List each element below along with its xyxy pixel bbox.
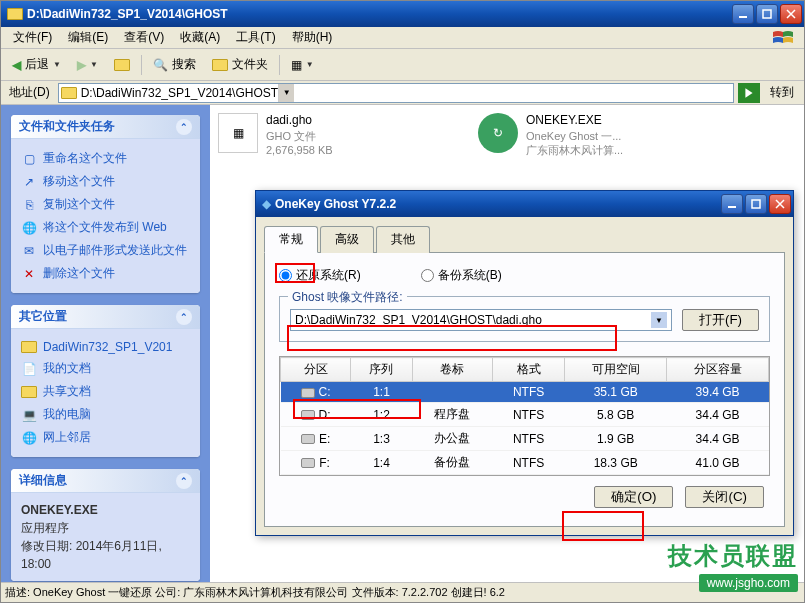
path-input[interactable]: D:\DadiWin732_SP1_V2014\GHOST\dadi.gho ▼ <box>290 309 672 331</box>
email-icon: ✉ <box>21 243 37 259</box>
drive-icon <box>301 434 315 444</box>
menu-tools[interactable]: 工具(T) <box>228 27 283 48</box>
folders-button[interactable]: 文件夹 <box>205 53 275 77</box>
path-dropdown[interactable]: ▼ <box>651 312 667 328</box>
place-shared[interactable]: 共享文档 <box>21 380 190 403</box>
drive-icon <box>301 410 315 420</box>
dialog-title: OneKey Ghost Y7.2.2 <box>275 197 721 211</box>
tasks-title: 文件和文件夹任务 <box>19 118 115 135</box>
detail-type: 应用程序 <box>21 519 190 537</box>
menu-favorites[interactable]: 收藏(A) <box>172 27 228 48</box>
back-label: 后退 <box>25 56 49 73</box>
cancel-button[interactable]: 关闭(C) <box>685 486 764 508</box>
place-computer[interactable]: 💻我的电脑 <box>21 403 190 426</box>
forward-button[interactable]: ▶ ▼ <box>70 53 105 77</box>
menubar: 文件(F) 编辑(E) 查看(V) 收藏(A) 工具(T) 帮助(H) <box>1 27 804 49</box>
address-path: D:\DadiWin732_SP1_V2014\GHOST <box>81 86 278 100</box>
network-icon: 🌐 <box>21 430 37 446</box>
place-docs[interactable]: 📄我的文档 <box>21 357 190 380</box>
views-button[interactable]: ▦ ▼ <box>284 53 321 77</box>
address-input[interactable]: D:\DadiWin732_SP1_V2014\GHOST ▼ <box>58 83 734 103</box>
tab-other[interactable]: 其他 <box>376 226 430 253</box>
task-move[interactable]: ↗移动这个文件 <box>21 170 190 193</box>
place-parent[interactable]: DadiWin732_SP1_V201 <box>21 337 190 357</box>
col-cap[interactable]: 分区容量 <box>667 358 769 382</box>
dialog-close-button[interactable] <box>769 194 791 214</box>
menu-help[interactable]: 帮助(H) <box>284 27 341 48</box>
table-row[interactable]: E: 1:3 办公盘 NTFS 1.9 GB 34.4 GB <box>281 427 769 451</box>
folders-icon <box>212 59 228 71</box>
places-panel: 其它位置 ⌃ DadiWin732_SP1_V201 📄我的文档 共享文档 💻我… <box>11 305 200 457</box>
move-icon: ↗ <box>21 174 37 190</box>
gho-file-icon: ▦ <box>218 113 258 153</box>
folder-icon <box>61 87 77 99</box>
tab-general[interactable]: 常规 <box>264 226 318 253</box>
dialog-minimize-button[interactable] <box>721 194 743 214</box>
task-email[interactable]: ✉以电子邮件形式发送此文件 <box>21 239 190 262</box>
search-label: 搜索 <box>172 56 196 73</box>
file-item-exe[interactable]: ↻ ONEKEY.EXE OneKey Ghost 一... 广东雨林木风计算.… <box>478 113 698 157</box>
up-button[interactable] <box>107 53 137 77</box>
radio-restore-input[interactable] <box>279 269 292 282</box>
forward-arrow-icon: ▶ <box>77 58 86 72</box>
folders-label: 文件夹 <box>232 56 268 73</box>
watermark-url: www.jsgho.com <box>699 574 798 592</box>
minimize-button[interactable] <box>732 4 754 24</box>
tasks-header[interactable]: 文件和文件夹任务 ⌃ <box>11 115 200 139</box>
menu-edit[interactable]: 编辑(E) <box>60 27 116 48</box>
views-icon: ▦ <box>291 58 302 72</box>
fieldset-legend: Ghost 映像文件路径: <box>288 289 407 306</box>
col-part[interactable]: 分区 <box>281 358 351 382</box>
go-button[interactable] <box>738 83 760 103</box>
folder-icon <box>7 6 23 22</box>
search-button[interactable]: 🔍 搜索 <box>146 53 203 77</box>
address-dropdown[interactable]: ▼ <box>278 84 294 102</box>
task-copy[interactable]: ⎘复制这个文件 <box>21 193 190 216</box>
tasks-panel: 文件和文件夹任务 ⌃ ▢重命名这个文件 ↗移动这个文件 ⎘复制这个文件 🌐将这个… <box>11 115 200 293</box>
col-label[interactable]: 卷标 <box>412 358 492 382</box>
menu-file[interactable]: 文件(F) <box>5 27 60 48</box>
file-item-gho[interactable]: ▦ dadi.gho GHO 文件 2,676,958 KB <box>218 113 438 157</box>
rename-icon: ▢ <box>21 151 37 167</box>
table-row[interactable]: F: 1:4 备份盘 NTFS 18.3 GB 41.0 GB <box>281 451 769 475</box>
task-rename[interactable]: ▢重命名这个文件 <box>21 147 190 170</box>
col-avail[interactable]: 可用空间 <box>565 358 667 382</box>
task-delete[interactable]: ✕删除这个文件 <box>21 262 190 285</box>
collapse-icon: ⌃ <box>176 309 192 325</box>
details-title: 详细信息 <box>19 472 67 489</box>
drive-icon <box>301 388 315 398</box>
table-row[interactable]: C: 1:1 NTFS 35.1 GB 39.4 GB <box>281 382 769 403</box>
chevron-down-icon: ▼ <box>306 60 314 69</box>
back-arrow-icon: ◀ <box>12 58 21 72</box>
maximize-button[interactable] <box>756 4 778 24</box>
delete-icon: ✕ <box>21 266 37 282</box>
partition-table: 分区 序列 卷标 格式 可用空间 分区容量 C: 1:1 <box>279 356 770 476</box>
status-text: 描述: OneKey Ghost 一键还原 公司: 广东雨林木风计算机科技有限公… <box>5 585 505 600</box>
radio-backup[interactable]: 备份系统(B) <box>421 267 502 284</box>
ok-button[interactable]: 确定(O) <box>594 486 673 508</box>
col-fmt[interactable]: 格式 <box>492 358 564 382</box>
radio-backup-input[interactable] <box>421 269 434 282</box>
windows-logo-icon <box>766 28 800 48</box>
docs-icon: 📄 <box>21 361 37 377</box>
place-network[interactable]: 🌐网上邻居 <box>21 426 190 449</box>
dialog-maximize-button[interactable] <box>745 194 767 214</box>
details-header[interactable]: 详细信息 ⌃ <box>11 469 200 493</box>
radio-restore[interactable]: 还原系统(R) <box>279 267 361 284</box>
places-header[interactable]: 其它位置 ⌃ <box>11 305 200 329</box>
detail-date: 修改日期: 2014年6月11日, 18:00 <box>21 537 190 573</box>
dialog-titlebar: ◆ OneKey Ghost Y7.2.2 <box>256 191 793 217</box>
collapse-icon: ⌃ <box>176 473 192 489</box>
tab-advanced[interactable]: 高级 <box>320 226 374 253</box>
close-button[interactable] <box>780 4 802 24</box>
exe-file-icon: ↻ <box>478 113 518 153</box>
menu-view[interactable]: 查看(V) <box>116 27 172 48</box>
task-publish[interactable]: 🌐将这个文件发布到 Web <box>21 216 190 239</box>
path-fieldset: Ghost 映像文件路径: D:\DadiWin732_SP1_V2014\GH… <box>279 296 770 342</box>
watermark: 技术员联盟 www.jsgho.com <box>668 540 798 592</box>
col-seq[interactable]: 序列 <box>351 358 413 382</box>
table-row[interactable]: D: 1:2 程序盘 NTFS 5.8 GB 34.4 GB <box>281 403 769 427</box>
open-button[interactable]: 打开(F) <box>682 309 759 331</box>
back-button[interactable]: ◀ 后退 ▼ <box>5 53 68 77</box>
chevron-down-icon: ▼ <box>90 60 98 69</box>
